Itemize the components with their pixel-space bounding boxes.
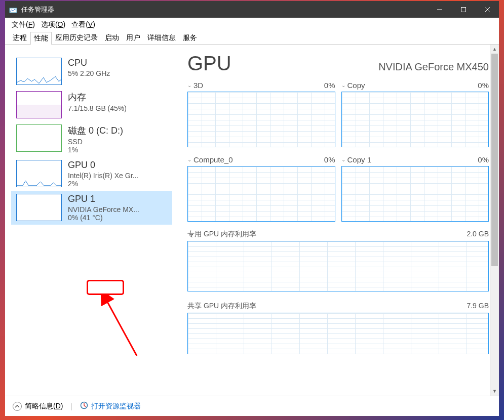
memory-mini-chart [16,91,62,118]
chevron-down-icon[interactable]: ⌄ [187,157,191,162]
gpu1-temp: (41 °C) [80,214,103,222]
sidebar-item-gpu1[interactable]: GPU 1 NVIDIA GeForce MX... 0% (41 °C) [11,191,172,225]
app-icon [9,6,17,14]
panel-title: GPU [187,52,231,75]
gpu1-sub1: NVIDIA GeForce MX... [68,205,167,214]
vertical-scrollbar[interactable]: ▲ ▼ [490,45,499,396]
window-title: 任务管理器 [21,5,428,14]
tab-details[interactable]: 详细信息 [144,31,179,44]
menu-view[interactable]: 查看(V) [69,19,98,31]
sidebar-item-gpu0[interactable]: GPU 0 Intel(R) Iris(R) Xe Gr... 2% [11,157,172,191]
menu-options[interactable]: 选项(O) [38,19,68,31]
tab-performance[interactable]: 性能 [30,32,52,45]
disk-sub1: SSD [68,138,167,146]
gpu0-mini-chart [16,160,62,187]
resource-monitor-icon [80,401,88,411]
gpu0-sub2: 2% [68,180,167,188]
cpu-mini-chart [16,58,62,85]
chevron-up-circle-icon [13,402,22,411]
menu-file[interactable]: 文件(F) [9,19,37,31]
maximize-button[interactable] [451,1,475,18]
tab-users[interactable]: 用户 [123,31,144,44]
chevron-down-icon[interactable]: ⌄ [341,157,345,162]
cpu-title: CPU [68,58,167,68]
performance-sidebar: CPU 5% 2.20 GHz 内存 7.1/15.8 GB (45%) 磁盘 … [5,45,172,396]
scroll-down-icon[interactable]: ▼ [490,387,499,396]
memory-sub: 7.1/15.8 GB (45%) [68,104,167,112]
shared-mem-label: 共享 GPU 内存利用率 [187,302,256,311]
dedicated-mem-max: 2.0 GB [467,230,489,239]
tab-processes[interactable]: 进程 [9,31,30,44]
chart-3d: ⌄3D 0% [187,81,335,147]
gpu1-title: GPU 1 [68,194,167,204]
cpu-sub: 5% 2.20 GHz [68,69,167,77]
gpu1-mini-chart [16,194,62,221]
chart-copy1-graph[interactable] [341,166,489,222]
chevron-down-icon[interactable]: ⌄ [341,82,345,88]
open-resource-monitor-button[interactable]: 打开资源监视器 [80,401,141,411]
footer-divider: | [70,402,72,410]
shared-mem-chart[interactable] [187,313,489,354]
dedicated-mem-chart[interactable] [187,241,489,291]
chart-copy: ⌄Copy 0% [341,81,489,147]
menubar: 文件(F) 选项(O) 查看(V) [5,18,499,31]
gpu0-sub1: Intel(R) Iris(R) Xe Gr... [68,172,167,180]
gpu1-sub2: 0% (41 °C) [68,214,167,222]
sidebar-item-disk[interactable]: 磁盘 0 (C: D:) SSD 1% [11,121,172,157]
chart-compute0-graph[interactable] [187,166,335,222]
tab-services[interactable]: 服务 [179,31,201,44]
content-area: CPU 5% 2.20 GHz 内存 7.1/15.8 GB (45%) 磁盘 … [5,45,499,396]
minimize-button[interactable] [428,1,451,18]
gpu-detail-panel: GPU NVIDIA GeForce MX450 ⌄3D 0% ⌄Copy 0% [172,45,499,396]
sidebar-item-cpu[interactable]: CPU 5% 2.20 GHz [11,55,172,88]
disk-mini-chart [16,124,62,152]
chart-copy1: ⌄Copy 1 0% [341,155,489,222]
dedicated-mem-label: 专用 GPU 内存利用率 [187,230,256,239]
gpu0-title: GPU 0 [68,160,167,171]
chevron-down-icon[interactable]: ⌄ [187,82,191,88]
disk-sub2: 1% [68,146,167,154]
chart-copy-graph[interactable] [341,92,489,147]
scrollbar-thumb[interactable] [491,54,498,266]
tabbar: 进程 性能 应用历史记录 启动 用户 详细信息 服务 [5,31,499,45]
disk-title: 磁盘 0 (C: D:) [68,124,167,137]
tab-startup[interactable]: 启动 [101,31,123,44]
panel-subtitle: NVIDIA GeForce MX450 [378,61,489,73]
tab-app-history[interactable]: 应用历史记录 [52,31,101,44]
footer: 简略信息(D) | 打开资源监视器 [5,396,499,416]
titlebar: 任务管理器 [5,1,499,18]
svg-rect-2 [461,7,466,12]
scroll-up-icon[interactable]: ▲ [490,45,499,54]
shared-mem-max: 7.9 GB [467,302,489,311]
task-manager-window: 任务管理器 文件(F) 选项(O) 查看(V) 进程 性能 应用历史记录 启动 … [5,1,499,416]
brief-info-button[interactable]: 简略信息(D) [13,402,63,411]
memory-title: 内存 [68,91,167,103]
window-controls [428,1,499,18]
sidebar-item-memory[interactable]: 内存 7.1/15.8 GB (45%) [11,88,172,121]
chart-compute0: ⌄Compute_0 0% [187,155,335,222]
chart-3d-graph[interactable] [187,92,335,147]
close-button[interactable] [475,1,499,18]
